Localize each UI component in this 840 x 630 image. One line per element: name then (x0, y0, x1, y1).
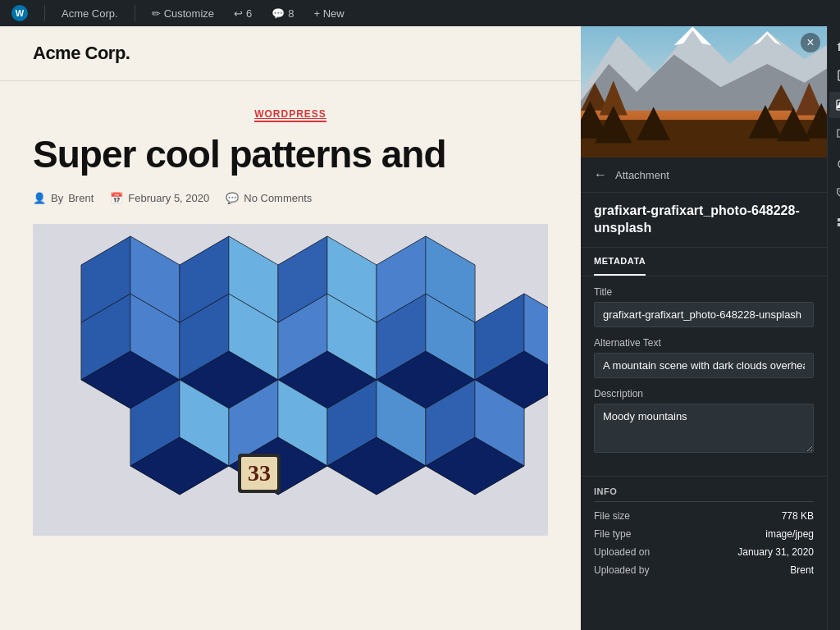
title-input[interactable] (594, 302, 814, 327)
post-category: WORDPRESS (33, 106, 548, 121)
post-featured-image: 33 33 (33, 224, 548, 536)
admin-bar-divider-2 (135, 5, 135, 21)
post-author-meta: 👤 By Brent (33, 192, 94, 204)
alt-text-field: Alternative Text (594, 337, 814, 378)
file-type-key: File type (594, 528, 631, 540)
comments-meta-icon: 💬 (226, 192, 239, 204)
wp-logo-button[interactable]: W (8, 3, 31, 23)
post-comments[interactable]: No Comments (244, 192, 312, 204)
comment-icon-button[interactable] (829, 121, 841, 148)
panel-icon-sidebar (827, 26, 840, 630)
file-name: grafixart-grafixart_photo-648228-unsplas… (581, 193, 827, 248)
file-type-row: File type image/jpeg (594, 528, 814, 540)
home-icon (836, 39, 841, 52)
customize-button[interactable]: ✏ Customize (148, 6, 217, 21)
back-button[interactable]: ← (594, 167, 607, 182)
comments-button[interactable]: 💬 8 (268, 6, 297, 21)
mountain-svg (581, 26, 827, 158)
post-meta: 👤 By Brent 📅 February 5, 2020 💬 No Comme… (33, 192, 548, 204)
undo-icon: ↩ (234, 7, 243, 20)
uploaded-on-value: January 31, 2020 (737, 546, 814, 558)
tab-metadata[interactable]: METADATA (594, 248, 646, 276)
author-prefix: By (51, 192, 63, 204)
home-icon-button[interactable] (829, 33, 841, 59)
panel-thumbnail: × (581, 26, 827, 158)
wall-sign: 33 (238, 454, 281, 493)
calendar-icon: 📅 (110, 192, 123, 204)
file-size-value: 778 KB (782, 510, 814, 522)
post-author[interactable]: Brent (68, 192, 94, 204)
info-section-label: INFO (594, 486, 814, 502)
refresh-icon (836, 158, 841, 171)
panel-scroll-content: ← Attachment grafixart-grafixart_photo-6… (581, 158, 827, 630)
alt-text-label: Alternative Text (594, 337, 814, 349)
blog-content: Acme Corp. WORDPRESS Super cool patterns… (0, 26, 581, 630)
comments-count: 8 (288, 7, 294, 20)
site-title: Acme Corp. (33, 43, 548, 64)
uploaded-on-row: Uploaded on January 31, 2020 (594, 546, 814, 558)
svg-rect-73 (838, 218, 841, 221)
site-name-button[interactable]: Acme Corp. (58, 6, 121, 21)
attachment-header: ← Attachment (581, 158, 827, 193)
post-date-meta: 📅 February 5, 2020 (110, 192, 209, 204)
site-header: Acme Corp. (0, 26, 581, 81)
uploaded-by-row: Uploaded by Brent (594, 564, 814, 576)
undo-button[interactable]: ↩ 6 (231, 6, 255, 21)
post-date: February 5, 2020 (128, 192, 209, 204)
pencil-icon: ✏ (152, 7, 161, 20)
metadata-form: Title Alternative Text Description Moody… (581, 276, 827, 476)
image-icon (836, 98, 841, 112)
main-layout: Acme Corp. WORDPRESS Super cool patterns… (0, 26, 840, 630)
description-textarea[interactable]: Moody mountains (594, 404, 814, 453)
uploaded-on-key: Uploaded on (594, 546, 650, 558)
undo-count: 6 (246, 7, 252, 20)
panel-close-button[interactable]: × (801, 33, 820, 52)
right-panel-wrapper: × ← Attachment grafixart-grafixart_photo… (581, 26, 840, 630)
post-title: Super cool patterns and (33, 134, 548, 176)
file-type-value: image/jpeg (765, 528, 814, 540)
svg-rect-75 (838, 223, 841, 226)
post-comments-meta: 💬 No Comments (226, 192, 312, 204)
file-size-key: File size (594, 510, 630, 522)
attachment-label: Attachment (615, 169, 669, 181)
admin-site-name: Acme Corp. (62, 7, 118, 20)
grid-icon (836, 217, 841, 230)
document-icon-button[interactable] (829, 62, 841, 89)
file-size-row: File size 778 KB (594, 510, 814, 522)
attachment-panel: × ← Attachment grafixart-grafixart_photo… (581, 26, 827, 630)
grid-icon-button[interactable] (829, 210, 841, 236)
uploaded-by-value: Brent (790, 564, 814, 576)
geometric-pattern-svg: 33 (33, 224, 548, 536)
description-label: Description (594, 388, 814, 399)
panel-tabs: METADATA (581, 248, 827, 276)
admin-bar: W Acme Corp. ✏ Customize ↩ 6 💬 8 + New (0, 0, 840, 26)
post-area: WORDPRESS Super cool patterns and 👤 By B… (0, 81, 581, 560)
title-field: Title (594, 286, 814, 327)
refresh-icon-button[interactable] (829, 151, 841, 177)
author-icon: 👤 (33, 192, 46, 204)
document-icon (836, 69, 841, 82)
uploaded-by-key: Uploaded by (594, 564, 649, 576)
category-link[interactable]: WORDPRESS (254, 108, 326, 122)
comment-icon (836, 128, 841, 141)
tag-icon (836, 187, 841, 200)
description-field: Description Moody mountains (594, 388, 814, 456)
tag-icon-button[interactable] (829, 180, 841, 207)
admin-bar-divider-1 (44, 5, 45, 21)
title-label: Title (594, 286, 814, 298)
comment-icon: 💬 (272, 7, 285, 20)
info-section: INFO File size 778 KB File type image/jp… (581, 476, 827, 592)
image-icon-button[interactable] (829, 92, 841, 118)
new-label: + New (314, 7, 345, 20)
wp-logo-icon: W (11, 5, 28, 21)
alt-text-input[interactable] (594, 353, 814, 378)
customize-label: Customize (164, 7, 214, 20)
new-content-button[interactable]: + New (311, 6, 348, 21)
